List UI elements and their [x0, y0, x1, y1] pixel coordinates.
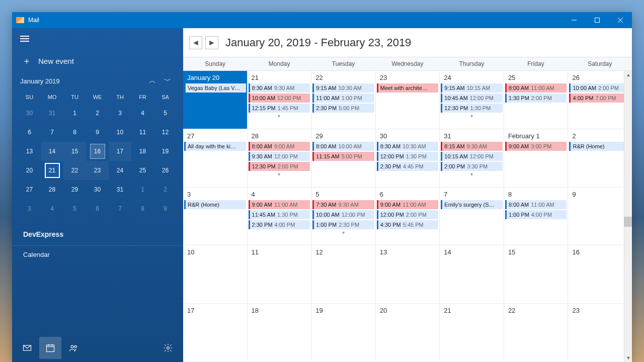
minical-day[interactable]: 11	[131, 123, 154, 142]
day-cell[interactable]: 57:30 AM9:30 AM10:00 AM12:00 PM1:00 PM2:…	[311, 188, 376, 245]
calendar-event[interactable]: 1:30 PM2:00 PM	[505, 94, 567, 103]
calendar-event[interactable]: 7:30 AM9:30 AM	[312, 200, 374, 209]
minical-day[interactable]: 7	[41, 123, 63, 142]
day-cell[interactable]: 49:00 AM11:00 AM11:45 AM1:30 PM2:30 PM4:…	[248, 188, 312, 245]
day-cell[interactable]: 69:00 AM11:00 AM12:00 PM2:00 PM4:30 PM5:…	[376, 188, 440, 245]
calendar-event[interactable]: 11:45 AM1:30 PM	[249, 210, 310, 219]
day-cell[interactable]: 308:30 AM10:30 AM12:00 PM1:30 PM2:30 PM4…	[376, 129, 440, 187]
minical-day[interactable]: 4	[131, 104, 154, 123]
minical-day[interactable]: 21	[41, 161, 63, 180]
day-cell[interactable]: 218:30 AM9:30 AM10:00 AM12:00 PM12:15 PM…	[248, 71, 312, 129]
minical-day[interactable]: 7	[109, 199, 131, 218]
day-cell[interactable]: 15	[504, 245, 569, 303]
minical-day[interactable]: 26	[154, 161, 177, 180]
minical-day[interactable]: 12	[154, 123, 177, 142]
calendar-event[interactable]: 9:00 AM3:00 PM	[505, 142, 567, 151]
calendar-event[interactable]: 8:00 AM11:00 AM	[505, 83, 567, 93]
day-cell[interactable]: 23	[568, 304, 632, 361]
day-cell[interactable]: 2610:00 AM2:00 PM4:00 PM7:00 PM	[568, 71, 632, 129]
day-cell[interactable]: 298:00 AM10:00 AM11:15 AM5:00 PM	[311, 129, 376, 187]
day-cell[interactable]: 9	[568, 188, 632, 245]
calendar-event[interactable]: 10:00 AM12:00 PM	[249, 94, 310, 103]
minical-day[interactable]: 14	[41, 142, 63, 161]
calendar-event[interactable]: 2:30 PM4:45 PM	[377, 162, 439, 171]
minical-day[interactable]: 31	[41, 104, 63, 123]
minical-day[interactable]: 28	[41, 180, 63, 199]
calendar-event[interactable]: 11:00 AM1:00 PM	[312, 94, 374, 103]
day-cell[interactable]: 88:00 AM11:00 AM1:00 PM4:00 PM	[504, 188, 569, 245]
minical-day[interactable]: 20	[18, 161, 41, 180]
day-cell[interactable]: 258:00 AM11:00 AM1:30 PM2:00 PM	[504, 71, 569, 129]
calendar-event[interactable]: 12:15 PM1:45 PM	[249, 104, 310, 113]
scroll-up-button[interactable]: ▲	[624, 71, 632, 79]
minical-day[interactable]: 27	[18, 180, 41, 199]
calendar-event[interactable]: 4:00 PM7:00 PM	[569, 94, 631, 103]
day-cell[interactable]: 12	[311, 245, 376, 303]
day-cell[interactable]: 22	[504, 304, 569, 361]
people-nav-icon[interactable]	[62, 337, 85, 359]
calendar-event[interactable]: 2:30 PM5:00 PM	[312, 104, 374, 113]
calendar-event[interactable]: 8:15 AM9:30 AM	[441, 142, 503, 151]
more-events-indicator[interactable]: ▾	[248, 172, 311, 176]
minical-day[interactable]: 6	[86, 199, 109, 218]
calendar-event[interactable]: 10:00 AM12:00 PM	[312, 210, 374, 219]
minical-day[interactable]: 4	[41, 199, 63, 218]
calendar-event[interactable]: 12:30 PM1:30 PM	[441, 104, 503, 113]
calendar-event[interactable]: 2:30 PM4:00 PM	[249, 220, 310, 229]
day-cell[interactable]: 288:00 AM9:00 AM9:30 AM12:00 PM12:30 PM2…	[248, 129, 312, 187]
day-cell[interactable]: 7Emily's surgery (S…	[440, 188, 504, 245]
hamburger-button[interactable]	[12, 28, 183, 47]
minical-day[interactable]: 8	[63, 123, 86, 142]
minical-day[interactable]: 8	[131, 199, 154, 218]
minical-day[interactable]: 25	[131, 161, 154, 180]
calendar-event[interactable]: 2:00 PM3:30 PM	[441, 162, 503, 171]
calendar-event[interactable]: 8:30 AM10:30 AM	[377, 142, 439, 151]
calendar-event[interactable]: 12:00 PM2:00 PM	[377, 210, 439, 219]
calendar-event[interactable]: All day with the ki…	[184, 142, 246, 151]
day-cell[interactable]: 11	[248, 245, 312, 303]
calendar-nav-icon[interactable]	[39, 337, 61, 359]
minical-day[interactable]: 30	[18, 104, 41, 123]
minical-day[interactable]: 2	[154, 180, 177, 199]
minical-day[interactable]: 30	[86, 180, 109, 199]
day-cell[interactable]: 21	[440, 304, 504, 361]
calendar-event[interactable]: Meet with archite…	[377, 83, 439, 93]
calendar-event[interactable]: 9:30 AM12:00 PM	[249, 152, 310, 161]
calendar-event[interactable]: 12:30 PM2:00 PM	[249, 162, 310, 171]
maximize-button[interactable]	[586, 12, 609, 28]
minical-day[interactable]: 3	[109, 104, 131, 123]
more-events-indicator[interactable]: ▾	[440, 114, 504, 118]
minical-day[interactable]: 16	[86, 142, 109, 161]
vertical-scrollbar[interactable]: ▲ ▼	[624, 71, 632, 362]
calendar-event[interactable]: 10:45 AM12:00 PM	[441, 94, 503, 103]
calendar-event[interactable]: 11:15 AM5:00 PM	[312, 152, 374, 161]
scroll-thumb[interactable]	[624, 217, 632, 227]
scroll-down-button[interactable]: ▼	[624, 354, 632, 362]
calendar-event[interactable]: Emily's surgery (S…	[441, 200, 503, 209]
day-cell[interactable]: 17	[183, 304, 248, 361]
day-cell[interactable]: 18	[248, 304, 312, 361]
day-cell[interactable]: 14	[440, 245, 504, 303]
calendar-event[interactable]: 1:00 PM4:00 PM	[505, 210, 567, 219]
calendar-event[interactable]: 9:00 AM11:00 AM	[249, 200, 310, 209]
minical-day[interactable]: 9	[154, 199, 177, 218]
minical-day[interactable]: 6	[18, 123, 41, 142]
minimize-button[interactable]	[562, 12, 586, 28]
calendar-event[interactable]: R&R (Home)	[569, 142, 631, 151]
more-events-indicator[interactable]: ▾	[311, 231, 375, 235]
calendar-event[interactable]: 10:00 AM2:00 PM	[569, 83, 631, 93]
more-events-indicator[interactable]: ▾	[440, 172, 504, 176]
minical-day[interactable]: 18	[131, 142, 154, 161]
day-cell[interactable]: 27All day with the ki…	[183, 129, 248, 187]
minical-day[interactable]: 22	[63, 161, 86, 180]
minical-day[interactable]: 29	[63, 180, 86, 199]
more-events-indicator[interactable]: ▾	[248, 114, 311, 118]
calendar-event[interactable]: 12:00 PM1:30 PM	[377, 152, 439, 161]
minical-day[interactable]: 1	[63, 104, 86, 123]
calendar-event[interactable]: 9:00 AM11:00 AM	[377, 200, 439, 209]
day-cell[interactable]: 2R&R (Home)	[568, 129, 632, 187]
minical-day[interactable]: 3	[18, 199, 41, 218]
day-cell[interactable]: 3R&R (Home)	[183, 188, 248, 245]
minical-prev-button[interactable]: ︿	[145, 76, 160, 85]
calendar-event[interactable]: Vegas Baby (Las V…	[184, 83, 246, 93]
